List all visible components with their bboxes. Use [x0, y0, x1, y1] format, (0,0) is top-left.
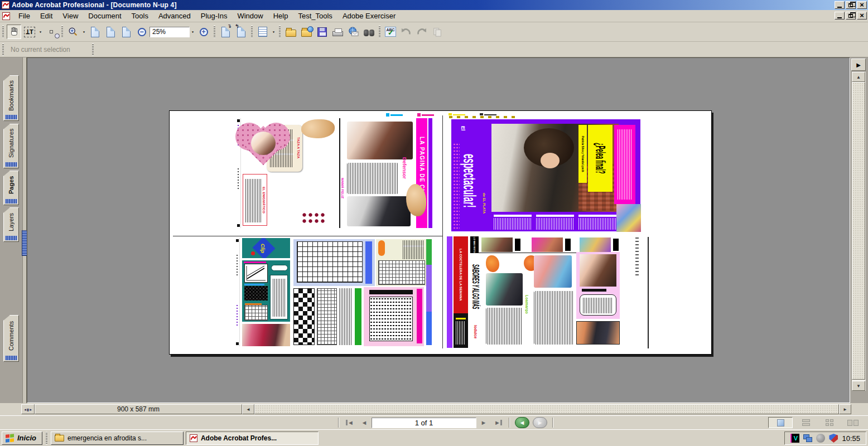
menu-edit[interactable]: Edit: [35, 10, 57, 22]
save-button[interactable]: [315, 25, 329, 39]
toolbar-grip[interactable]: [214, 26, 215, 38]
volume-tray-icon[interactable]: [816, 434, 825, 443]
toolbar-grip[interactable]: [279, 26, 281, 38]
menu-help[interactable]: Help: [268, 10, 293, 22]
network-tray-icon[interactable]: [803, 434, 812, 443]
scroll-title: TAZA A TAZA: [297, 128, 300, 167]
continuous-view-button[interactable]: [795, 417, 817, 428]
last-page-button[interactable]: ►: [491, 418, 505, 428]
menu-tools[interactable]: Tools: [127, 10, 153, 22]
crossword-column: [317, 288, 337, 345]
tab-grip[interactable]: [5, 356, 17, 360]
fake-text: [245, 179, 261, 222]
zoom-out-button[interactable]: −: [134, 25, 149, 39]
print-button[interactable]: [330, 25, 345, 39]
taskbar-divider[interactable]: [46, 432, 47, 444]
menu-document[interactable]: Document: [83, 10, 126, 22]
text-select-dropdown[interactable]: [37, 25, 44, 39]
security-tray-icon[interactable]: [829, 434, 838, 443]
tab-layers[interactable]: Layers: [3, 207, 19, 242]
tab-comments[interactable]: Comments: [3, 315, 19, 362]
toolbar-grip[interactable]: [251, 26, 253, 38]
scroll-up-button[interactable]: [852, 72, 865, 82]
restore-button[interactable]: [846, 1, 856, 9]
close-button[interactable]: [857, 1, 867, 9]
menu-file[interactable]: File: [13, 10, 35, 22]
zoom-level-dropdown[interactable]: [190, 25, 196, 39]
previous-page-button[interactable]: ◄: [357, 418, 372, 428]
scroll-left-button[interactable]: ◄: [242, 404, 254, 414]
zoom-tool-button[interactable]: [66, 25, 80, 39]
next-page-button[interactable]: ►: [476, 418, 491, 428]
undo-button[interactable]: [399, 25, 413, 39]
menu-test-tools[interactable]: Test_Tools: [293, 10, 337, 22]
task-emergencia[interactable]: emergencia en afrodita s...: [51, 432, 184, 445]
tab-grip[interactable]: [5, 115, 17, 119]
tab-grip[interactable]: [5, 199, 17, 203]
zoom-tool-dropdown[interactable]: [81, 25, 87, 39]
vertical-scrollbar[interactable]: [851, 72, 866, 391]
search-button[interactable]: [361, 25, 376, 39]
next-view-button[interactable]: ↰: [234, 25, 248, 39]
mama-feliz-caption: MAMÁ FELIZ: [341, 172, 344, 204]
fit-width-button[interactable]: [119, 25, 133, 39]
task-acrobat[interactable]: Adobe Acrobat Profes...: [186, 432, 319, 445]
open-button[interactable]: [283, 25, 298, 39]
single-page-view-button[interactable]: [768, 417, 793, 428]
start-button[interactable]: Inicio: [2, 432, 42, 445]
text-select-tool-button[interactable]: ꞱT: [22, 25, 37, 39]
pane-split-button[interactable]: [21, 404, 35, 414]
scroll-right-button[interactable]: ►: [839, 404, 851, 414]
menu-plugins[interactable]: Plug-Ins: [196, 10, 233, 22]
vertical-scroll-thumb[interactable]: [852, 82, 865, 380]
previous-view-button[interactable]: ↴: [218, 25, 233, 39]
antivirus-tray-icon[interactable]: V: [790, 434, 799, 443]
toolbar-grip[interactable]: [2, 43, 4, 56]
menu-view[interactable]: View: [57, 10, 83, 22]
open-from-web-button[interactable]: [299, 25, 314, 39]
menu-adobe-exerciser[interactable]: Adobe Exerciser: [337, 10, 401, 22]
doc-restore-button[interactable]: [846, 12, 856, 20]
hand-tool-button[interactable]: [7, 25, 21, 39]
tab-bookmarks[interactable]: Bookmarks: [3, 75, 19, 121]
save-icon: [317, 27, 327, 37]
toolbar: ꞱT − + ↴ ↰: [0, 22, 868, 42]
doc-close-button[interactable]: [857, 12, 867, 20]
tab-pages[interactable]: Pages: [3, 171, 19, 205]
document-pane[interactable]: TAZA A TAZA EL ENIGMÁTICO MAMÁ FELIZ Def…: [27, 57, 850, 403]
fit-page-button[interactable]: [103, 25, 118, 39]
navigation-tabs-button[interactable]: [255, 25, 270, 39]
page-number-input[interactable]: [372, 418, 476, 428]
thumb-photo: [481, 237, 513, 252]
actual-size-button[interactable]: [88, 25, 102, 39]
horizontal-scroll-track[interactable]: [254, 404, 839, 414]
toolbar-grip[interactable]: [92, 43, 94, 56]
previous-view-history-button[interactable]: ◄: [515, 417, 529, 428]
zoom-in-button[interactable]: +: [196, 25, 211, 39]
tab-grip[interactable]: [5, 236, 17, 240]
email-button[interactable]: [346, 25, 360, 39]
toolbar-grip[interactable]: [2, 26, 4, 38]
redo-button[interactable]: [414, 25, 429, 39]
menu-advanced[interactable]: Advanced: [153, 10, 196, 22]
most-viewed-strip: LO MAS VISTO: [470, 236, 619, 253]
navigation-tabs-dropdown[interactable]: [271, 25, 277, 39]
expand-pane-button[interactable]: [851, 59, 866, 71]
next-view-history-button[interactable]: ►: [533, 417, 547, 428]
first-page-button[interactable]: ◄: [343, 418, 357, 428]
continuous-facing-view-button[interactable]: [819, 417, 840, 428]
task-label: Adobe Acrobat Profes...: [201, 434, 277, 442]
scroll-down-button[interactable]: [852, 381, 865, 391]
menu-window[interactable]: Window: [232, 10, 268, 22]
toolbar-grip[interactable]: [379, 26, 380, 38]
doc-minimize-button[interactable]: [835, 12, 845, 20]
tab-signatures[interactable]: Signatures: [3, 124, 19, 168]
minimize-button[interactable]: [835, 1, 845, 9]
zoom-level-input[interactable]: [150, 27, 190, 37]
facing-view-button[interactable]: [842, 417, 864, 428]
spellcheck-button[interactable]: ABC: [383, 25, 398, 39]
snapshot-tool-button[interactable]: [44, 25, 59, 39]
copy-button[interactable]: [430, 25, 445, 39]
toolbar-grip[interactable]: [61, 26, 63, 38]
tab-grip[interactable]: [5, 162, 17, 167]
